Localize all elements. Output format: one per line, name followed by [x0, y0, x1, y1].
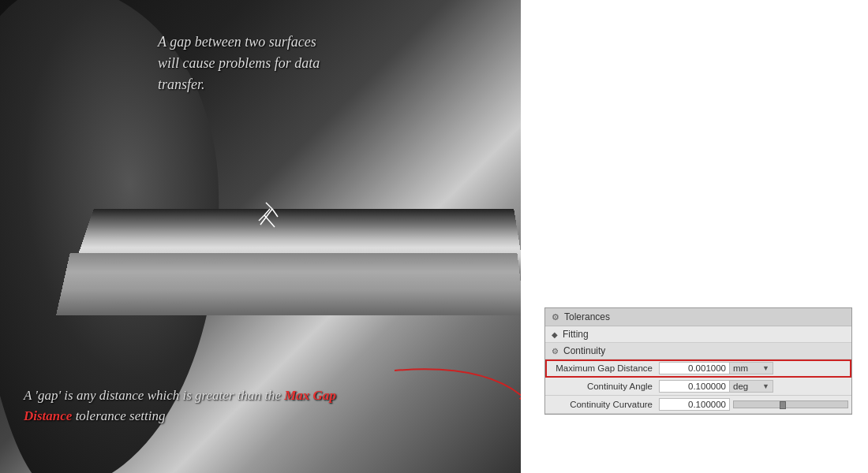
continuity-label: Continuity — [563, 345, 605, 356]
svg-line-5 — [264, 209, 270, 215]
image-text-bottom: A 'gap' is any distance which is greater… — [24, 385, 379, 426]
main-image: A gap between two surfaces will cause pr… — [0, 0, 521, 473]
max-gap-distance-label: Maximum Gap Distance — [548, 363, 659, 373]
continuity-icon: ⚙ — [552, 347, 559, 356]
angle-unit-dropdown-icon[interactable]: ▼ — [762, 382, 769, 390]
fitting-icon: ◆ — [552, 330, 558, 339]
panel-header-title: Tolerances — [564, 311, 610, 322]
continuity-curvature-slider[interactable] — [733, 400, 848, 408]
svg-line-3 — [264, 215, 275, 227]
tolerances-panel: ⚙ Tolerances ◆ Fitting ⚙ Continuity Maxi… — [544, 307, 852, 415]
continuity-section: ⚙ Continuity — [545, 343, 851, 359]
svg-line-2 — [266, 203, 272, 209]
continuity-curvature-value[interactable]: 0.100000 — [659, 398, 730, 411]
continuity-angle-unit[interactable]: deg ▼ — [730, 380, 773, 393]
unit-dropdown-icon[interactable]: ▼ — [762, 364, 769, 372]
continuity-curvature-row: Continuity Curvature 0.100000 — [545, 396, 851, 414]
panel-header: ⚙ Tolerances — [545, 308, 851, 326]
fitting-section: ◆ Fitting — [545, 326, 851, 343]
fitting-label: Fitting — [563, 329, 589, 340]
continuity-angle-value[interactable]: 0.100000 — [659, 380, 730, 393]
gap-arrow — [245, 193, 292, 240]
image-text-top: A gap between two surfaces will cause pr… — [158, 32, 320, 95]
max-gap-distance-row: Maximum Gap Distance 0.001000 mm ▼ — [545, 359, 851, 378]
continuity-curvature-label: Continuity Curvature — [548, 400, 659, 409]
continuity-angle-row: Continuity Angle 0.100000 deg ▼ — [545, 378, 851, 396]
svg-line-1 — [272, 209, 278, 217]
tolerances-icon: ⚙ — [552, 312, 559, 322]
continuity-angle-label: Continuity Angle — [548, 382, 659, 391]
max-gap-distance-unit[interactable]: mm ▼ — [730, 362, 773, 374]
slider-thumb[interactable] — [780, 401, 786, 409]
max-gap-distance-value[interactable]: 0.001000 — [659, 362, 730, 374]
